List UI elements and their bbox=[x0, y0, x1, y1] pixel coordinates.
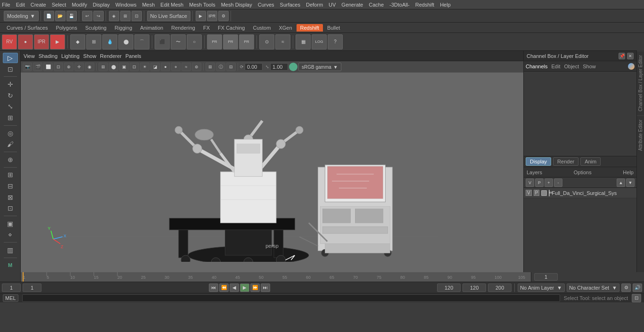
layers-visibility-btn[interactable]: V bbox=[526, 178, 534, 187]
disp-tab-anim[interactable]: Anim bbox=[580, 157, 601, 166]
grid-btn[interactable]: ⊞ bbox=[206, 63, 215, 71]
transform-btn[interactable]: ✛ bbox=[74, 63, 84, 71]
viewport-menu-show[interactable]: Show bbox=[83, 53, 97, 59]
undo-btn[interactable]: ↩ bbox=[82, 11, 92, 21]
render-region-btn[interactable]: ▣ bbox=[3, 219, 18, 229]
universal-manip-btn[interactable]: ⊞ bbox=[3, 113, 18, 123]
shelf-tab-rendering[interactable]: Rendering bbox=[167, 24, 199, 32]
rs-tab-channel-box[interactable]: Channel Box / Layer Editor bbox=[637, 51, 644, 115]
layers-menu-help[interactable]: Help bbox=[623, 170, 634, 175]
anim-layer-dropdown[interactable]: No Anim Layer ▼ bbox=[518, 283, 565, 292]
mode-dropdown[interactable]: Modeling ▼ bbox=[4, 11, 39, 21]
shelf-icon-cube[interactable]: ⬛ bbox=[155, 34, 170, 49]
layout-btn[interactable]: ▥ bbox=[3, 245, 18, 255]
select-mode-btn[interactable]: ◈ bbox=[109, 11, 119, 21]
menu-mesh[interactable]: Mesh bbox=[142, 2, 155, 8]
menu-create[interactable]: Create bbox=[31, 2, 46, 8]
soft-select-btn[interactable]: ◎ bbox=[3, 128, 18, 138]
shelf-icon-pr1[interactable]: ● bbox=[18, 34, 33, 49]
channel-box-pin-btn[interactable]: 📌 bbox=[619, 53, 625, 59]
menu-select[interactable]: Select bbox=[52, 2, 66, 8]
no-live-surface-btn[interactable]: No Live Surface bbox=[147, 11, 190, 21]
smooth-btn[interactable]: ⬤ bbox=[109, 63, 118, 71]
shelf-icon-grid[interactable]: ⊞ bbox=[86, 34, 101, 49]
play-backward-btn[interactable]: ◀ bbox=[230, 283, 239, 292]
timeline-content[interactable]: 1 5 10 15 20 25 30 35 40 45 50 55 60 65 … bbox=[21, 272, 531, 282]
shaded-btn[interactable]: ▣ bbox=[119, 63, 129, 71]
cb-color-icon[interactable] bbox=[628, 63, 635, 70]
motion-blur-btn[interactable]: ≈ bbox=[182, 63, 191, 71]
gamma-dropdown[interactable]: sRGB gamma ▼ bbox=[298, 63, 341, 71]
heads-up-btn[interactable]: ⓘ bbox=[216, 63, 225, 71]
viewport-menu-panels[interactable]: Panels bbox=[125, 53, 141, 59]
menu-surfaces[interactable]: Surfaces bbox=[280, 2, 300, 8]
menu-windows[interactable]: Windows bbox=[116, 2, 137, 8]
layers-sort-down-btn[interactable]: ▼ bbox=[626, 178, 635, 187]
anim-preferences-btn[interactable]: ⚙ bbox=[621, 283, 631, 292]
shelf-tab-polygons[interactable]: Polygons bbox=[52, 24, 81, 32]
layers-add-btn[interactable]: + bbox=[545, 178, 553, 187]
layers-playback-btn[interactable]: P bbox=[535, 178, 544, 187]
char-set-dropdown[interactable]: No Character Set ▼ bbox=[567, 283, 619, 292]
shelf-icon-rv[interactable]: RV bbox=[2, 34, 17, 49]
shelf-icon-circle[interactable]: ○ bbox=[187, 34, 202, 49]
shelf-icon-pr-icon[interactable]: PR bbox=[207, 34, 222, 49]
shelf-tab-curves-surfaces[interactable]: Curves / Surfaces bbox=[3, 24, 51, 32]
audio-btn[interactable]: 🔊 bbox=[633, 283, 642, 292]
shelf-icon-ipr[interactable]: IPR bbox=[34, 34, 49, 49]
layers-minus-btn[interactable]: - bbox=[554, 178, 562, 187]
viewport-3d[interactable]: X Y Z persp bbox=[21, 73, 523, 262]
menu-display[interactable]: Display bbox=[93, 2, 110, 8]
shelf-tab-fx-caching[interactable]: FX Caching bbox=[214, 24, 248, 32]
camera-btn[interactable]: 📷 bbox=[23, 63, 32, 71]
render-current-btn[interactable]: ▶ bbox=[196, 11, 206, 21]
menu-modify[interactable]: Modify bbox=[72, 2, 87, 8]
new-scene-btn[interactable]: 📄 bbox=[44, 11, 54, 21]
step-backward-btn[interactable]: ⏪ bbox=[219, 283, 229, 292]
shelf-tab-bullet[interactable]: Bullet bbox=[323, 24, 344, 32]
current-frame-display[interactable] bbox=[534, 273, 558, 281]
layer-item[interactable]: V P ✏ Full_Da_Vinci_Surgical_Sys bbox=[524, 188, 636, 198]
shelf-icon-pr2[interactable]: ▶ bbox=[50, 34, 65, 49]
ao-btn[interactable]: ● bbox=[161, 63, 170, 71]
texture-btn[interactable]: ⊡ bbox=[130, 63, 139, 71]
move-tool-btn[interactable]: ✛ bbox=[3, 79, 18, 89]
lasso-btn[interactable]: ⊡ bbox=[132, 11, 142, 21]
select-hierarchy-btn[interactable]: ⊞ bbox=[120, 11, 131, 21]
scale-tool-btn[interactable]: ⤡ bbox=[3, 102, 18, 112]
menu-file[interactable]: File bbox=[2, 2, 10, 8]
shelf-icon-plate[interactable]: ⊙ bbox=[259, 34, 274, 49]
shelf-icon-sphere[interactable]: ⬤ bbox=[118, 34, 133, 49]
shelf-icon-pr-icon3[interactable]: PR bbox=[239, 34, 254, 49]
range-start-input[interactable] bbox=[23, 283, 41, 292]
menu-help[interactable]: Help bbox=[440, 2, 451, 8]
viewport-menu-renderer[interactable]: Renderer bbox=[100, 53, 122, 59]
status-help-btn[interactable]: ⊡ bbox=[632, 294, 641, 302]
antialiasing-btn[interactable]: ⋄ bbox=[171, 63, 181, 71]
shelf-icon-bar[interactable]: ▦ bbox=[296, 34, 311, 49]
show-manip-btn[interactable]: ⊕ bbox=[3, 154, 18, 165]
shelf-tab-custom[interactable]: Custom bbox=[249, 24, 275, 32]
shelf-icon-pr-icon2[interactable]: PR bbox=[223, 34, 238, 49]
viewport-menu-lighting[interactable]: Lighting bbox=[61, 53, 80, 59]
shelf-icon-question[interactable]: ? bbox=[328, 34, 343, 49]
range-end-input[interactable] bbox=[437, 283, 461, 292]
channel-box-close-btn[interactable]: ✕ bbox=[627, 53, 634, 59]
play-forward-btn[interactable]: ▶ bbox=[240, 283, 249, 292]
go-to-start-btn[interactable]: ⏮ bbox=[209, 283, 218, 292]
snap-curve-btn[interactable]: ⊟ bbox=[3, 181, 18, 191]
end-frame-input[interactable] bbox=[462, 283, 486, 292]
rs-tab-attribute-editor[interactable]: Attribute Editor bbox=[637, 115, 644, 154]
go-to-end-btn[interactable]: ⏭ bbox=[261, 283, 270, 292]
disp-tab-display[interactable]: Display bbox=[526, 157, 551, 166]
cb-tab-object[interactable]: Object bbox=[564, 64, 579, 69]
snap-grid-btn[interactable]: ⊞ bbox=[3, 170, 18, 180]
rotate-tool-btn[interactable]: ↻ bbox=[3, 90, 18, 101]
maya-logo-btn[interactable]: M bbox=[3, 260, 18, 270]
menu-edit-mesh[interactable]: Edit Mesh bbox=[160, 2, 183, 8]
shelf-tab-animation[interactable]: Animation bbox=[136, 24, 167, 32]
menu-redshift[interactable]: Redshift bbox=[415, 2, 434, 8]
lighting-btn[interactable]: ☀ bbox=[140, 63, 149, 71]
menu-3dtoall[interactable]: -3DtoAll- bbox=[389, 2, 410, 8]
menu-cache[interactable]: Cache bbox=[369, 2, 384, 8]
